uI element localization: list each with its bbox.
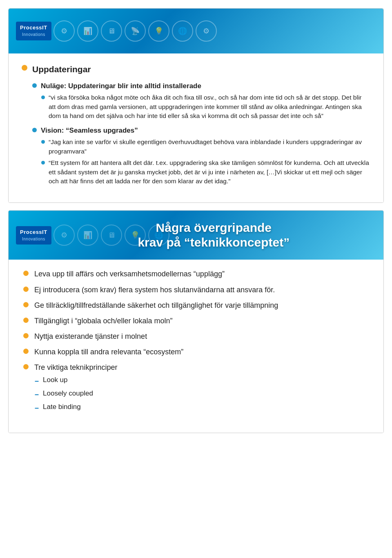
slide2-sub-list: – Look up – Loosely coupled – Late bindi… — [35, 375, 93, 416]
logo-line2: Innovations — [22, 32, 45, 38]
s2-item-2-text: Ge tillräcklig/tillfredställande säkerhe… — [34, 300, 278, 311]
bullet-small-2-2 — [41, 161, 45, 165]
s2-item-4-text: Nyttja existerande tjänster i molnet — [34, 331, 147, 342]
list-item-heading: Uppdateringar — [22, 63, 370, 78]
logo-line1: ProcessIT — [20, 24, 47, 32]
dash-icon-2: – — [35, 402, 39, 413]
sub-item-1-1: “vi ska försöka boka något möte och åka … — [41, 93, 370, 120]
s2-item-0: Leva upp till affärs och verksamhetsmode… — [23, 269, 369, 279]
s2-bullet-6 — [23, 364, 29, 369]
slide1: ProcessIT Innovations ⚙ 📊 🖥 📡 💡 🌐 ⚙ Uppd… — [8, 8, 384, 203]
item2-label: Vision: “Seamless upgrades” — [41, 126, 138, 136]
deco-icon-7: ⚙ — [196, 20, 217, 42]
item2-sublist: “Jag kan inte se varför vi skulle egentl… — [41, 138, 370, 188]
slide2-content: Leva upp till affärs och verksamhetsmode… — [9, 260, 383, 433]
dash-icon-1: – — [35, 389, 39, 400]
s2-item-6: Tre viktiga teknikprinciper – Look up – … — [23, 362, 369, 416]
header-decoration: ⚙ 📊 🖥 📡 💡 🌐 ⚙ — [53, 9, 383, 53]
bullet-small-2-1 — [41, 140, 45, 144]
slide2-header: ProcessIT Innovations Några övergripande… — [9, 211, 383, 260]
deco-icon-6: 🌐 — [172, 20, 193, 42]
slide2: ProcessIT Innovations Några övergripande… — [8, 210, 384, 433]
deco-icon-1: ⚙ — [53, 20, 75, 42]
sub-item-2-2: “Ett system för att hantera allt det där… — [41, 158, 370, 186]
slide2-main-list: Leva upp till affärs och verksamhetsmode… — [23, 269, 369, 416]
s2-item-2: Ge tillräcklig/tillfredställande säkerhe… — [23, 300, 369, 311]
s2-sub-0: – Look up — [35, 375, 93, 386]
s2-item-0-text: Leva upp till affärs och verksamhetsmode… — [34, 269, 225, 279]
s2-item-1-text: Ej introducera (som krav) flera system h… — [34, 285, 275, 295]
slide2-logo-box: ProcessIT Innovations — [16, 226, 51, 245]
s2-item-6-text: Tre viktiga teknikprinciper — [34, 362, 117, 373]
s2-sub-0-text: Look up — [43, 375, 68, 385]
s2-bullet-0 — [23, 271, 29, 276]
s2-item-3-text: Tillgängligt i “globala och/eller lokala… — [34, 316, 173, 326]
s2-bullet-2 — [23, 302, 29, 307]
s2-item-4: Nyttja existerande tjänster i molnet — [23, 331, 369, 342]
deco-icon-4: 📡 — [125, 20, 146, 42]
bullet-icon-heading — [22, 65, 27, 71]
s2-bullet-1 — [23, 287, 29, 292]
s2-sub-2: – Late binding — [35, 402, 93, 413]
sub-item-2-2-text: “Ett system för att hantera allt det där… — [49, 158, 370, 186]
s2-sub-1: – Loosely coupled — [35, 389, 93, 400]
deco-icon-3: 🖥 — [101, 20, 122, 42]
slide2-title-line2: krav på “teknikkonceptet” — [138, 236, 290, 249]
slide1-main-list: Uppdateringar Nuläge: Uppdateringar blir… — [22, 63, 370, 188]
s2-item-5: Kunna koppla till andra relevanta “ecosy… — [23, 347, 369, 357]
list-item-1: Nuläge: Uppdateringar blir inte alltid i… — [32, 81, 370, 122]
s2-item-1: Ej introducera (som krav) flera system h… — [23, 285, 369, 295]
s2-sub-1-text: Loosely coupled — [43, 389, 93, 399]
deco-icon-5: 💡 — [148, 20, 169, 42]
s2-item-5-text: Kunna koppla till andra relevanta “ecosy… — [34, 347, 183, 357]
slide1-content: Uppdateringar Nuläge: Uppdateringar blir… — [9, 53, 383, 202]
sub-item-2-1-text: “Jag kan inte se varför vi skulle egentl… — [49, 138, 370, 156]
s2-bullet-4 — [23, 333, 29, 338]
bullet-small-1 — [41, 96, 45, 99]
item1-sublist: “vi ska försöka boka något möte och åka … — [41, 93, 370, 122]
sub-item-1-1-text: “vi ska försöka boka något möte och åka … — [49, 93, 370, 120]
s2-item-3: Tillgängligt i “globala och/eller lokala… — [23, 316, 369, 326]
slide2-title: Några övergripande krav på “teknikkoncep… — [138, 220, 290, 250]
logo-box: ProcessIT Innovations — [16, 22, 51, 40]
list-item-2: Vision: “Seamless upgrades” “Jag kan int… — [32, 126, 370, 188]
slide2-logo-line1: ProcessIT — [20, 229, 47, 236]
item1-label: Nuläge: Uppdateringar blir inte alltid i… — [41, 81, 201, 91]
slide1-header: ProcessIT Innovations ⚙ 📊 🖥 📡 💡 🌐 ⚙ — [9, 9, 383, 53]
deco-icon-2: 📊 — [77, 20, 98, 42]
s2-bullet-5 — [23, 349, 29, 354]
slide2-title-line1: Några övergripande — [156, 221, 272, 234]
s2-bullet-3 — [23, 318, 29, 323]
slide2-logo-line2: Innovations — [22, 236, 45, 242]
bullet-blue-1 — [32, 83, 37, 88]
sub-item-2-1: “Jag kan inte se varför vi skulle egentl… — [41, 138, 370, 156]
s2-sub-2-text: Late binding — [43, 402, 81, 412]
dash-icon-0: – — [35, 376, 39, 386]
slide1-heading: Uppdateringar — [32, 63, 91, 76]
slide2-title-block: Några övergripande krav på “teknikkoncep… — [51, 220, 376, 250]
bullet-blue-2 — [32, 128, 37, 132]
